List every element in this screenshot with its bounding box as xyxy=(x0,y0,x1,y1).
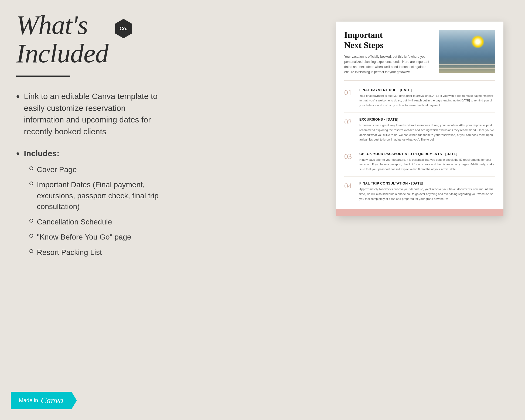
sub-item-text: Important Dates (Final payment, excursio… xyxy=(37,179,167,212)
bullet-dot-1: • xyxy=(16,90,20,103)
canva-badge: Made in Canva xyxy=(11,392,77,409)
divider-line xyxy=(16,76,70,77)
main-title: What's Included xyxy=(16,11,108,67)
step-content-3: CHECK YOUR PASSPORT & ID REQUIREMENTS - … xyxy=(359,152,495,172)
doc-step-4: 04 FINAL TRIP CONSULTATION - [DATE] Appr… xyxy=(344,177,495,206)
logo-badge: Co. xyxy=(114,19,133,38)
sub-item-text: Cancellation Schedule xyxy=(37,217,112,228)
sub-item-text: Resort Packing List xyxy=(37,247,102,258)
made-in-text: Made in xyxy=(19,397,38,404)
railing-graphic xyxy=(439,57,495,73)
step-desc-4: Approximately two weeks prior to your de… xyxy=(359,187,495,201)
canva-flag: Made in Canva xyxy=(11,392,77,409)
rail-line-2 xyxy=(439,68,495,69)
step-desc-2: Excursions are a great way to make vibra… xyxy=(359,123,495,142)
step-content-1: FINAL PAYMENT DUE - [DATE] Your final pa… xyxy=(359,88,495,108)
list-item: Cover Page xyxy=(29,164,167,175)
step-number-4: 04 xyxy=(344,182,354,190)
sub-item-text: "Know Before You Go" page xyxy=(37,232,131,243)
title-line2: Included xyxy=(16,39,108,67)
sub-bullet-circle-icon xyxy=(29,234,33,238)
doc-footer-bar xyxy=(336,209,503,216)
bullet-section: • Link to an editable Canva template to … xyxy=(16,90,167,262)
list-item: Resort Packing List xyxy=(29,247,167,258)
sub-bullet-circle-icon xyxy=(29,166,33,170)
sub-item-text: Cover Page xyxy=(37,164,77,175)
step-title-3: CHECK YOUR PASSPORT & ID REQUIREMENTS - … xyxy=(359,152,495,156)
step-title-4: FINAL TRIP CONSULTATION - [DATE] xyxy=(359,182,495,185)
sun-graphic xyxy=(471,35,485,49)
doc-step-1: 01 FINAL PAYMENT DUE - [DATE] Your final… xyxy=(344,83,495,113)
step-content-2: EXCURSIONS - [DATE] Excursions are a gre… xyxy=(359,118,495,142)
sub-bullets-list: Cover Page Important Dates (Final paymen… xyxy=(24,164,167,258)
list-item: Important Dates (Final payment, excursio… xyxy=(29,179,167,212)
includes-header: Includes: xyxy=(24,148,167,159)
step-desc-3: Ninety days prior to your departure, it … xyxy=(359,158,495,172)
step-title-1: FINAL PAYMENT DUE - [DATE] xyxy=(359,88,495,92)
doc-title-area: Important Next Steps Your vacation is of… xyxy=(344,30,433,75)
main-bullet-1: • Link to an editable Canva template to … xyxy=(16,90,167,137)
canva-logo-text: Canva xyxy=(41,395,63,405)
sub-bullet-circle-icon xyxy=(29,219,33,223)
step-content-4: FINAL TRIP CONSULTATION - [DATE] Approxi… xyxy=(359,182,495,201)
rail-line-1 xyxy=(439,64,495,65)
step-number-1: 01 xyxy=(344,89,354,96)
doc-step-3: 03 CHECK YOUR PASSPORT & ID REQUIREMENTS… xyxy=(344,147,495,177)
sub-bullet-circle-icon xyxy=(29,249,33,253)
doc-step-2: 02 EXCURSIONS - [DATE] Excursions are a … xyxy=(344,113,495,147)
doc-title: Important Next Steps xyxy=(344,30,433,50)
doc-title-line2: Next Steps xyxy=(344,40,383,50)
includes-block: Includes: Cover Page Important Dates (Fi… xyxy=(24,148,167,262)
step-title-2: EXCURSIONS - [DATE] xyxy=(359,118,495,121)
doc-hero-image xyxy=(439,30,495,73)
list-item: Cancellation Schedule xyxy=(29,217,167,228)
list-item: "Know Before You Go" page xyxy=(29,232,167,243)
sub-bullet-circle-icon xyxy=(29,182,33,185)
header-area: What's Included Co. xyxy=(16,11,167,67)
bullet-dot-2: • xyxy=(16,148,20,160)
step-desc-1: Your final payment is due [30] days prio… xyxy=(359,94,495,108)
step-number-2: 02 xyxy=(344,118,354,126)
left-section: What's Included Co. • Link to an editabl… xyxy=(16,11,167,273)
doc-intro: Your vacation is officially booked, but … xyxy=(344,54,433,75)
step-number-3: 03 xyxy=(344,153,354,160)
bullet-text-1: Link to an editable Canva template to ea… xyxy=(24,90,167,137)
logo-text: Co. xyxy=(120,26,127,32)
document-top: Important Next Steps Your vacation is of… xyxy=(336,22,503,80)
doc-steps: 01 FINAL PAYMENT DUE - [DATE] Your final… xyxy=(336,81,503,206)
doc-title-line1: Important xyxy=(344,30,383,40)
main-bullet-includes: • Includes: Cover Page Important Dates (… xyxy=(16,148,167,262)
document-container: Important Next Steps Your vacation is of… xyxy=(336,22,503,216)
title-line1: What's xyxy=(16,11,108,39)
